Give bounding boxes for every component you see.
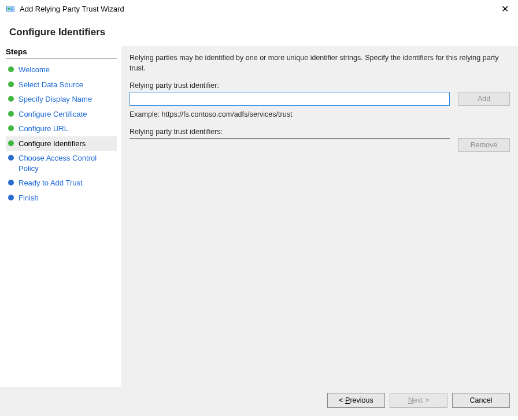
- svg-rect-3: [10, 8, 13, 9]
- step-label: Select Data Source: [18, 80, 83, 90]
- step-bullet-icon: [8, 66, 14, 72]
- step-item-1[interactable]: Select Data Source: [6, 77, 117, 92]
- step-bullet-icon: [8, 140, 14, 146]
- step-label: Ready to Add Trust: [18, 178, 83, 188]
- close-icon[interactable]: ✕: [498, 3, 512, 14]
- previous-button[interactable]: < Previous: [327, 393, 385, 408]
- step-label: Choose Access Control Policy: [18, 153, 116, 173]
- next-button[interactable]: Next >: [390, 393, 447, 408]
- step-label: Configure Certificate: [18, 109, 87, 120]
- remove-button[interactable]: Remove: [458, 138, 510, 152]
- intro-text: Relying parties may be identified by one…: [130, 53, 510, 73]
- identifier-example: Example: https://fs.contoso.com/adfs/ser…: [130, 110, 510, 118]
- step-bullet-icon: [8, 155, 14, 161]
- step-item-2[interactable]: Specify Display Name: [6, 92, 117, 107]
- step-item-5[interactable]: Configure Identifiers: [6, 136, 117, 151]
- svg-rect-4: [10, 9, 13, 10]
- app-icon: [6, 4, 15, 13]
- step-bullet-icon: [8, 96, 14, 102]
- page-heading: Configure Identifiers: [9, 27, 509, 38]
- step-bullet-icon: [8, 125, 14, 131]
- step-label: Welcome: [18, 65, 50, 75]
- window-title: Add Relying Party Trust Wizard: [20, 5, 498, 13]
- wizard-footer: < Previous Next > Cancel: [0, 387, 518, 416]
- content-pane: Relying parties may be identified by one…: [121, 46, 518, 387]
- step-item-7[interactable]: Ready to Add Trust: [6, 176, 117, 191]
- step-bullet-icon: [8, 195, 14, 200]
- step-item-3[interactable]: Configure Certificate: [6, 107, 117, 122]
- step-bullet-icon: [8, 180, 14, 185]
- identifier-listbox[interactable]: [130, 138, 450, 139]
- step-bullet-icon: [8, 81, 14, 87]
- step-item-4[interactable]: Configure URL: [6, 121, 117, 136]
- svg-point-2: [8, 8, 10, 10]
- identifier-input-label: Relying party trust identifier:: [130, 81, 510, 90]
- step-bullet-icon: [8, 111, 14, 117]
- next-button-accel: N: [408, 396, 413, 404]
- step-label: Configure URL: [18, 124, 68, 134]
- step-label: Specify Display Name: [18, 94, 92, 105]
- step-item-8[interactable]: Finish: [6, 191, 117, 206]
- steps-pane: Steps WelcomeSelect Data SourceSpecify D…: [0, 46, 121, 387]
- previous-button-prefix: <: [339, 396, 345, 404]
- step-label: Finish: [18, 193, 39, 203]
- cancel-button[interactable]: Cancel: [452, 393, 510, 408]
- next-button-rest: ext >: [413, 396, 429, 404]
- step-item-6[interactable]: Choose Access Control Policy: [6, 151, 117, 176]
- page-heading-area: Configure Identifiers: [0, 17, 518, 46]
- titlebar: Add Relying Party Trust Wizard ✕: [0, 0, 518, 17]
- steps-header: Steps: [6, 46, 117, 59]
- step-item-0[interactable]: Welcome: [6, 62, 117, 77]
- identifier-list-label: Relying party trust identifiers:: [130, 128, 510, 136]
- add-button[interactable]: Add: [458, 92, 510, 106]
- step-label: Configure Identifiers: [18, 139, 86, 149]
- identifier-input[interactable]: [130, 92, 450, 106]
- previous-button-rest: revious: [350, 396, 373, 404]
